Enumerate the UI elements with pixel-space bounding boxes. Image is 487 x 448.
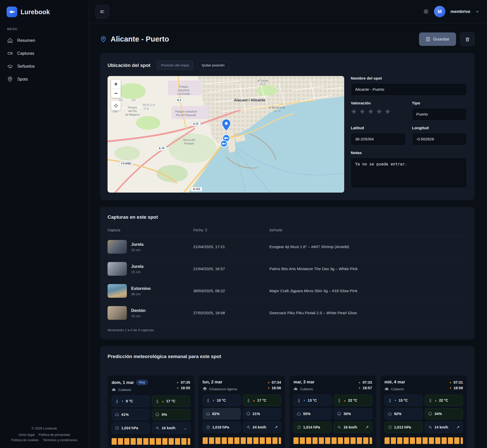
cloud-icon [385, 387, 389, 391]
sidebar: Lurebook MENU Resumen Capturas Señuelos … [0, 0, 89, 448]
rain-value: 0% [162, 413, 167, 417]
pressure-stat: 1,013 hPa [385, 422, 423, 433]
spot-name-label: Nombre del spot [351, 76, 467, 81]
theme-toggle-button[interactable] [423, 9, 429, 14]
cookies-link[interactable]: Política de cookies [11, 438, 39, 442]
temp-max-stat: ▲ 17 °C [152, 396, 190, 407]
table-row[interactable]: Jurela 15 cm 21/04/2025, 16:57 Palms Bit… [108, 258, 467, 280]
chevron-down-icon [475, 10, 479, 14]
sidebar-toggle-button[interactable] [95, 5, 109, 18]
temp-up-icon: ▲ [434, 399, 437, 402]
wind-value: 14 km/h [434, 425, 448, 429]
daylight-hours-bar [203, 437, 281, 444]
sunset-time: 18:57 [362, 385, 372, 391]
sidebar-item-spots[interactable]: Spots [0, 73, 89, 86]
fish-logo-icon [7, 7, 17, 17]
sidebar-footer: © 2026 Lurebook Aviso legal Política de … [0, 426, 89, 442]
sidebar-item-capturas[interactable]: Capturas [0, 47, 89, 60]
lure-icon [7, 63, 13, 69]
capture-lure: Geecrack Piku Piku Pintail 2.5 – White P… [269, 311, 467, 315]
temp-up-icon: ▲ [162, 400, 164, 403]
column-date-sort[interactable]: Fecha [193, 228, 269, 232]
temp-min-value: 10 °C [217, 398, 226, 402]
sidebar-item-senuelos[interactable]: Señuelos [0, 60, 89, 73]
trash-icon [465, 37, 470, 42]
weather-day-card: lun, 2 mar Chubascos ligeros ▲07:34 [199, 376, 285, 448]
sun-icon [423, 9, 429, 14]
page-header: Alicante - Puerto Guardar [100, 32, 475, 46]
sidebar-nav: Resumen Capturas Señuelos Spots [0, 34, 89, 86]
wind-stat: 16 km/h ↗ [334, 422, 372, 433]
map-label: 89 m [260, 83, 266, 86]
star-icon[interactable]: ★ [385, 108, 391, 116]
app-logo[interactable]: Lurebook [0, 7, 89, 17]
page-content: Alicante - Puerto Guardar Ubicación del … [89, 23, 487, 448]
map-label: Industrial [178, 89, 189, 92]
thermometer-icon [246, 398, 251, 403]
sidebar-item-resumen[interactable]: Resumen [0, 34, 89, 47]
privacy-link[interactable]: Política de privacidad [39, 433, 70, 437]
daylight-hours-bar [385, 437, 463, 444]
spot-form: Nombre del spot Valoración ★ ★ ★ ★ [351, 76, 467, 193]
save-button[interactable]: Guardar [419, 32, 456, 46]
sunrise-icon: ▲ [358, 380, 361, 384]
sunrise-time: 07:34 [272, 380, 281, 385]
table-row[interactable]: Estornino 36 cm 30/03/2025, 08:22 Major … [108, 280, 467, 302]
remove-position-button[interactable]: Quitar posición [197, 61, 229, 70]
terms-link[interactable]: Términos y condiciones [43, 438, 77, 442]
notes-textarea[interactable]: Ya no se puede entrar. [351, 158, 467, 188]
rain-cloud-icon [203, 387, 207, 391]
map-label: de Magarra [125, 113, 140, 116]
pressure-value: 1,014 hPa [303, 425, 320, 429]
table-row[interactable]: Dentón 15 cm 27/02/2025, 18:08 Geecrack … [108, 302, 467, 324]
weather-day-card: mar, 3 mar Cubierto ▲07:33 ▼18: [289, 376, 376, 448]
map[interactable]: Alacant / Alicante el Tossal 89 m el Ben… [108, 76, 344, 193]
home-icon [7, 38, 13, 43]
legal-link[interactable]: Aviso legal [19, 433, 34, 437]
sort-icon [205, 228, 207, 232]
map-zoom-out-button[interactable]: − [111, 89, 121, 98]
star-icon[interactable]: ★ [376, 108, 382, 116]
captures-table-header: Captura Fecha Señuelo [108, 226, 467, 236]
map-canvas[interactable]: Alacant / Alicante el Tossal 89 m el Ben… [108, 76, 344, 193]
day-date: dom, 1 mar [112, 380, 134, 385]
sunset-time: 18:55 [181, 385, 190, 391]
clouds-stat: 92% [385, 408, 423, 419]
captures-card: Capturas en este spot Captura Fecha Señu… [100, 207, 475, 340]
save-button-label: Guardar [433, 37, 449, 42]
cloud-icon [112, 387, 116, 392]
svg-text:CV-8482: CV-8482 [121, 162, 131, 165]
thermometer-icon [155, 399, 160, 403]
longitude-input[interactable] [412, 133, 467, 145]
delete-spot-button[interactable] [460, 32, 475, 46]
thermometer-icon [297, 398, 301, 403]
map-position-button[interactable]: Posición del mapa [156, 61, 194, 70]
rain-stat: 21% [243, 408, 281, 419]
fish-size: 36 cm [131, 292, 151, 296]
user-avatar[interactable]: M [434, 6, 445, 17]
temp-up-icon: ▲ [253, 399, 255, 402]
map-locate-button[interactable] [111, 101, 121, 110]
table-row[interactable]: Jurela 15 cm 21/04/2025, 17:21 Ecogear A… [108, 236, 467, 258]
star-icon[interactable]: ★ [351, 108, 357, 116]
pressure-value: 1,013 hPa [394, 425, 411, 429]
spot-name-input[interactable] [351, 83, 467, 96]
star-icon[interactable]: ★ [368, 108, 374, 116]
daylight-hours-bar [293, 437, 372, 444]
wind-stat: 14 km/h ↗ [425, 422, 463, 433]
column-date-label: Fecha [193, 228, 203, 232]
sidebar-item-label: Capturas [17, 51, 34, 56]
rain-value: 21% [253, 412, 260, 416]
wind-stat: 16 km/h → [152, 422, 190, 434]
gauge-icon [297, 425, 301, 430]
svg-text:A-31: A-31 [193, 122, 199, 125]
user-menu-button[interactable] [475, 10, 479, 14]
latitude-input[interactable] [351, 133, 406, 145]
pressure-stat: 1,018 hPa [203, 422, 241, 433]
svg-text:27 B: 27 B [144, 107, 149, 110]
temp-down-icon: ▼ [212, 399, 215, 402]
temp-max-value: 22 °C [348, 398, 357, 402]
star-icon[interactable]: ★ [359, 108, 365, 116]
map-zoom-in-button[interactable]: + [111, 80, 121, 89]
spot-type-input[interactable] [412, 108, 467, 121]
